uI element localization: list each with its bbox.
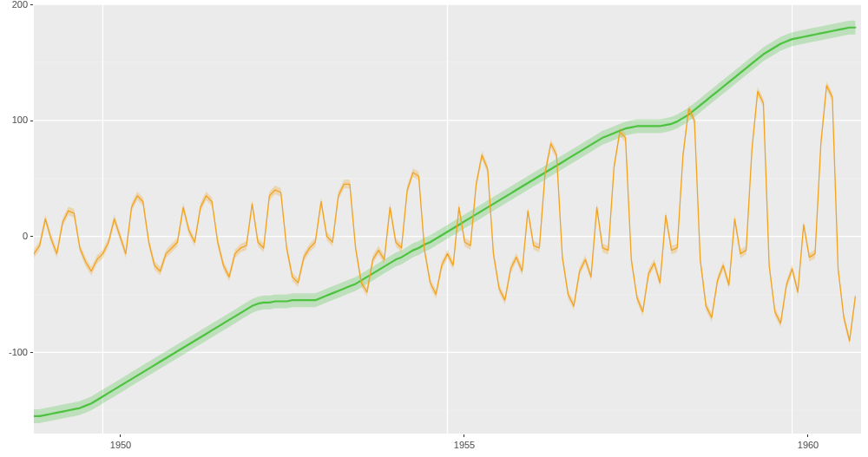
x-tick-label: 1955 bbox=[454, 440, 475, 450]
plot-area bbox=[34, 4, 861, 434]
y-tick-mark bbox=[30, 352, 33, 353]
plot-svg bbox=[34, 4, 861, 434]
chart-container: 200 100 0 -100 1950 1955 1960 bbox=[0, 0, 868, 457]
x-tick-mark bbox=[120, 434, 121, 437]
y-tick-mark bbox=[30, 121, 33, 121]
x-tick-label: 1960 bbox=[798, 440, 819, 450]
y-tick-mark bbox=[30, 236, 33, 237]
x-tick-mark bbox=[464, 434, 464, 437]
y-tick-label: -100 bbox=[2, 347, 28, 357]
y-tick-label: 0 bbox=[2, 231, 28, 241]
y-tick-label: 100 bbox=[2, 114, 28, 125]
y-tick-label: 200 bbox=[2, 0, 28, 10]
y-tick-mark bbox=[30, 4, 33, 5]
series-line-seasonal bbox=[34, 86, 855, 341]
x-tick-mark bbox=[807, 434, 808, 437]
x-tick-label: 1950 bbox=[110, 440, 131, 450]
